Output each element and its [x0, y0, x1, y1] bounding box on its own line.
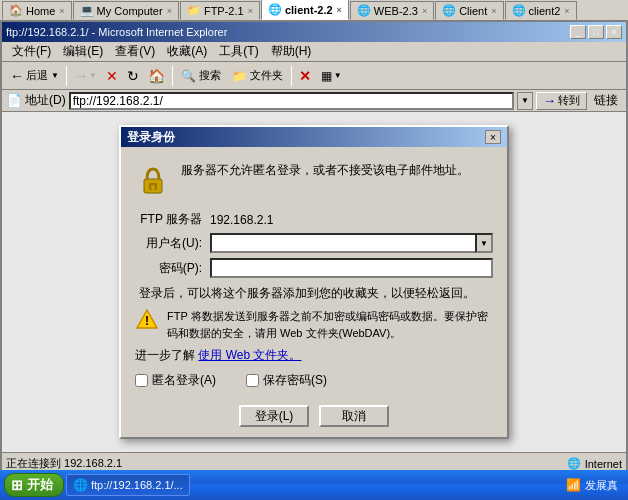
- toolbar: ← 后退 ▼ → ▼ ✕ ↻ 🏠 🔍 搜索 📁 文件夹 ✕: [2, 62, 626, 90]
- password-input[interactable]: [210, 258, 493, 278]
- back-label: 后退: [26, 68, 48, 83]
- tab-mycomputer-label: My Computer: [97, 5, 163, 17]
- tray-icon: 📶: [566, 478, 581, 492]
- anonymous-label[interactable]: 匿名登录(A): [152, 372, 216, 389]
- computer-icon: 💻: [80, 4, 94, 17]
- username-label: 用户名(U):: [135, 235, 210, 252]
- zone-icon: 🌐: [567, 457, 581, 470]
- client22-icon: 🌐: [268, 3, 282, 16]
- minimize-button[interactable]: _: [570, 25, 586, 39]
- tab-web23[interactable]: 🌐 WEB-2.3 ×: [350, 1, 434, 20]
- tab-ftp-close[interactable]: ×: [248, 6, 253, 16]
- anonymous-checkbox[interactable]: [135, 374, 148, 387]
- links-label: 链接: [590, 92, 622, 109]
- save-password-checkbox[interactable]: [246, 374, 259, 387]
- dialog-close-button[interactable]: ×: [485, 130, 501, 144]
- address-icon: 📄: [6, 93, 22, 108]
- status-text: 正在连接到 192.168.2.1: [6, 456, 122, 471]
- tab-ftp-label: FTP-2.1: [204, 5, 244, 17]
- username-input-wrapper: ▼: [210, 233, 493, 253]
- login-dialog: 登录身份 ×: [119, 125, 509, 439]
- menu-view[interactable]: 查看(V): [109, 41, 161, 62]
- win-taskbar: ⊞ 开始 🌐 ftp://192.168.2.1/... 📶 发展真: [0, 470, 628, 500]
- close-button[interactable]: ×: [606, 25, 622, 39]
- status-zone: 🌐 Internet: [567, 457, 622, 470]
- start-button[interactable]: ⊞ 开始: [4, 473, 64, 497]
- warning-text: FTP 将数据发送到服务器之前不加密或编码密码或数据。要保护密码和数据的安全，请…: [167, 308, 493, 341]
- username-row: 用户名(U): ▼: [135, 233, 493, 253]
- save-password-label[interactable]: 保存密码(S): [263, 372, 327, 389]
- tab-mycomputer-close[interactable]: ×: [167, 6, 172, 16]
- tab-my-computer[interactable]: 💻 My Computer ×: [73, 1, 179, 20]
- tab-client-label: Client: [459, 5, 487, 17]
- warning-row: ! FTP 将数据发送到服务器之前不加密或编码密码或数据。要保护密码和数据的安全…: [135, 308, 493, 341]
- address-dropdown[interactable]: ▼: [517, 92, 533, 110]
- search-button[interactable]: 🔍 搜索: [176, 64, 226, 88]
- anonymous-checkbox-item: 匿名登录(A): [135, 372, 216, 389]
- dialog-buttons: 登录(L) 取消: [135, 399, 493, 427]
- address-input[interactable]: [69, 92, 514, 110]
- toolbar-sep1: [66, 66, 67, 86]
- back-button[interactable]: ← 后退 ▼: [6, 64, 63, 88]
- password-row: 密码(P):: [135, 258, 493, 278]
- back-dropdown-icon[interactable]: ▼: [51, 71, 59, 80]
- learn-more-link[interactable]: 使用 Web 文件夹。: [198, 348, 301, 362]
- taskbar-item-ftp[interactable]: 🌐 ftp://192.168.2.1/...: [66, 474, 190, 496]
- password-label: 密码(P):: [135, 260, 210, 277]
- menu-favorites[interactable]: 收藏(A): [161, 41, 213, 62]
- start-label: 开始: [27, 476, 53, 494]
- forward-icon: →: [74, 68, 88, 84]
- tab-web23-close[interactable]: ×: [422, 6, 427, 16]
- dialog-body: 服务器不允许匿名登录，或者不接受该电子邮件地址。 FTP 服务器 192.168…: [121, 147, 507, 437]
- stop-button[interactable]: ✕: [102, 64, 122, 88]
- refresh-button[interactable]: ↻: [123, 64, 143, 88]
- menu-edit[interactable]: 编辑(E): [57, 41, 109, 62]
- folder-icon: 📁: [232, 69, 247, 83]
- zone-label: Internet: [585, 458, 622, 470]
- home-nav-icon: 🏠: [148, 68, 165, 84]
- tab-client[interactable]: 🌐 Client ×: [435, 1, 503, 20]
- maximize-button[interactable]: □: [588, 25, 604, 39]
- username-input[interactable]: [210, 233, 475, 253]
- tab-home[interactable]: 🏠 Home ×: [2, 1, 72, 20]
- ftp-icon: 📁: [187, 4, 201, 17]
- menu-tools[interactable]: 工具(T): [213, 41, 264, 62]
- dialog-fields: FTP 服务器 192.168.2.1 用户名(U): ▼ 密码(P):: [135, 211, 493, 278]
- folder-label: 文件夹: [250, 68, 283, 83]
- tab-client2[interactable]: 🌐 client2 ×: [505, 1, 577, 20]
- tab-client-close[interactable]: ×: [491, 6, 496, 16]
- grid-dropdown-icon[interactable]: ▼: [334, 71, 342, 80]
- dialog-overlay: 登录身份 ×: [2, 112, 626, 452]
- refresh-icon: ↻: [127, 68, 139, 84]
- folder-button[interactable]: 📁 文件夹: [227, 64, 288, 88]
- x-nav-button[interactable]: ✕: [295, 64, 315, 88]
- login-button[interactable]: 登录(L): [239, 405, 309, 427]
- tab-client2-close[interactable]: ×: [564, 6, 569, 16]
- tab-client22-close[interactable]: ×: [337, 5, 342, 15]
- tab-ftp[interactable]: 📁 FTP-2.1 ×: [180, 1, 260, 20]
- tab-client22[interactable]: 🌐 client-2.2 ×: [261, 0, 349, 20]
- address-bar: 📄 地址(D) ▼ → 转到 链接: [2, 90, 626, 112]
- home-nav-button[interactable]: 🏠: [144, 64, 169, 88]
- toolbar-sep3: [291, 66, 292, 86]
- forward-button[interactable]: → ▼: [70, 64, 101, 88]
- browser-title-text: ftp://192.168.2.1/ - Microsoft Internet …: [6, 26, 227, 38]
- client2-icon: 🌐: [512, 4, 526, 17]
- username-dropdown[interactable]: ▼: [475, 233, 493, 253]
- go-button[interactable]: → 转到: [536, 92, 587, 110]
- ftp-server-label: FTP 服务器: [135, 211, 210, 228]
- tab-home-close[interactable]: ×: [59, 6, 64, 16]
- dialog-note: 登录后，可以将这个服务器添加到您的收藏夹，以便轻松返回。: [135, 284, 493, 302]
- windows-logo-icon: ⊞: [11, 477, 23, 493]
- browser-window: ftp://192.168.2.1/ - Microsoft Internet …: [0, 22, 628, 476]
- warning-icon: !: [135, 308, 159, 332]
- taskbar-tray: 📶 发展真: [560, 478, 624, 493]
- cancel-button[interactable]: 取消: [319, 405, 389, 427]
- menu-bar: 文件(F) 编辑(E) 查看(V) 收藏(A) 工具(T) 帮助(H): [2, 42, 626, 62]
- forward-dropdown-icon[interactable]: ▼: [89, 71, 97, 80]
- dialog-header-row: 服务器不允许匿名登录，或者不接受该电子邮件地址。: [135, 157, 493, 201]
- menu-file[interactable]: 文件(F): [6, 41, 57, 62]
- menu-help[interactable]: 帮助(H): [265, 41, 318, 62]
- grid-view-button[interactable]: ▦ ▼: [316, 64, 347, 88]
- svg-rect-3: [152, 187, 154, 191]
